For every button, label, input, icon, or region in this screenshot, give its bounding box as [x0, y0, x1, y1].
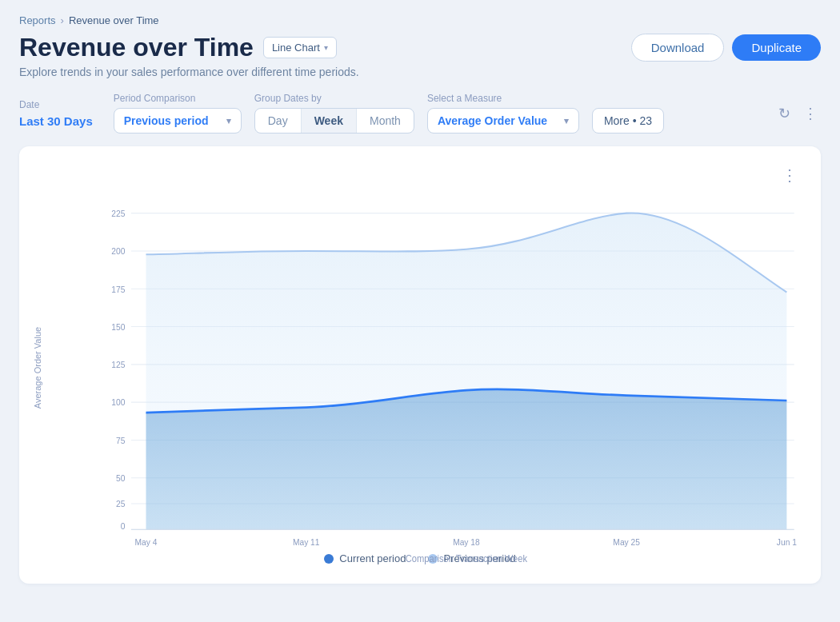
svg-text:225: 225 — [111, 208, 125, 218]
svg-text:Jun 1: Jun 1 — [777, 536, 797, 547]
legend-current-label: Current period — [339, 552, 406, 564]
more-options-button[interactable]: ⋮ — [800, 102, 821, 126]
group-dates-section: Group Dates by Day Week Month — [254, 93, 414, 134]
group-btn-month[interactable]: Month — [357, 109, 414, 133]
more-vert-icon: ⋮ — [803, 106, 818, 122]
more-button[interactable]: More • 23 — [592, 108, 664, 134]
period-filter-value: Previous period — [124, 114, 209, 127]
legend-current: Current period — [324, 552, 406, 564]
duplicate-button[interactable]: Duplicate — [732, 34, 821, 61]
page-title: Revenue over Time — [19, 33, 254, 62]
measure-label: Select a Measure — [427, 93, 579, 104]
period-filter-section: Period Comparison Previous period ▾ — [114, 93, 242, 134]
date-filter-value[interactable]: Last 30 Days — [19, 114, 93, 128]
group-dates-buttons: Day Week Month — [254, 108, 414, 134]
breadcrumb: Reports › Revenue over Time — [19, 14, 821, 26]
chart-type-button[interactable]: Line Chart ▾ — [263, 37, 337, 58]
svg-text:25: 25 — [116, 499, 125, 509]
svg-text:May 11: May 11 — [293, 536, 320, 547]
svg-text:125: 125 — [111, 359, 125, 369]
date-filter-section: Date Last 30 Days — [19, 99, 93, 128]
svg-text:150: 150 — [111, 321, 125, 332]
chart-area: Average Order Value 225 200 175 150 125 … — [38, 194, 802, 541]
refresh-button[interactable]: ↻ — [775, 102, 794, 126]
svg-text:100: 100 — [111, 397, 125, 408]
chart-card: ⋮ Average Order Value 225 200 175 150 — [19, 146, 821, 584]
svg-text:0: 0 — [121, 521, 126, 532]
svg-text:May 18: May 18 — [453, 536, 480, 547]
svg-text:May 25: May 25 — [613, 536, 640, 547]
date-filter-label: Date — [19, 99, 93, 110]
measure-section: Select a Measure Average Order Value ▾ — [427, 93, 579, 134]
group-btn-week[interactable]: Week — [302, 109, 357, 133]
svg-text:200: 200 — [111, 246, 125, 257]
y-axis-title: Average Order Value — [33, 327, 42, 409]
group-dates-label: Group Dates by — [254, 93, 414, 104]
period-filter-label: Period Comparison — [114, 93, 242, 104]
line-chart: 225 200 175 150 125 100 75 50 25 0 — [86, 194, 802, 538]
toolbar-icons: ↻ ⋮ — [775, 102, 821, 126]
group-btn-day[interactable]: Day — [255, 109, 302, 133]
period-filter-dropdown[interactable]: Previous period ▾ — [114, 108, 242, 134]
refresh-icon: ↻ — [778, 106, 790, 122]
svg-text:May 4: May 4 — [135, 536, 158, 547]
breadcrumb-parent[interactable]: Reports — [19, 14, 56, 26]
chart-type-label: Line Chart — [272, 42, 320, 54]
period-chevron-icon: ▾ — [226, 116, 231, 126]
breadcrumb-current: Revenue over Time — [69, 14, 159, 26]
chevron-down-icon: ▾ — [324, 43, 328, 52]
download-button[interactable]: Download — [631, 34, 725, 62]
svg-text:75: 75 — [116, 435, 125, 445]
breadcrumb-separator: › — [61, 14, 64, 26]
measure-dropdown[interactable]: Average Order Value ▾ — [427, 108, 579, 134]
svg-text:175: 175 — [111, 284, 125, 294]
page-subtitle: Explore trends in your sales performance… — [19, 66, 821, 78]
measure-value: Average Order Value — [438, 114, 547, 127]
legend-dot-current — [324, 554, 334, 564]
chart-more-options-button[interactable]: ⋮ — [778, 162, 802, 188]
more-section: x More • 23 — [592, 93, 664, 134]
x-axis-label-text: Comparison Transaction Week — [406, 552, 528, 564]
svg-text:50: 50 — [116, 472, 125, 483]
measure-chevron-icon: ▾ — [564, 116, 569, 126]
